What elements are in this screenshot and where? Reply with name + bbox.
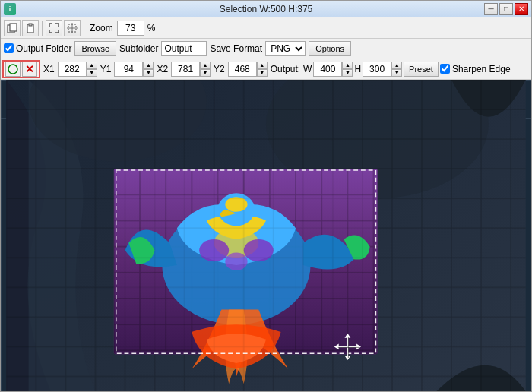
x1-input[interactable] bbox=[58, 62, 87, 77]
confirm-button[interactable] bbox=[5, 62, 21, 77]
main-window: i Selection W:500 H:375 ─ □ ✕ bbox=[0, 0, 532, 392]
window-title: Selection W:500 H:375 bbox=[220, 4, 313, 14]
y1-label: Y1 bbox=[100, 64, 112, 74]
artwork bbox=[1, 80, 531, 391]
close-button[interactable]: ✕ bbox=[515, 3, 528, 15]
svg-point-7 bbox=[8, 65, 17, 74]
selection-icon bbox=[67, 23, 78, 33]
x1-label: X1 bbox=[43, 64, 55, 74]
y1-spin-up[interactable]: ▲ bbox=[143, 62, 154, 69]
separator-1 bbox=[42, 21, 43, 36]
minimize-button[interactable]: ─ bbox=[484, 3, 498, 15]
h-spin-up[interactable]: ▲ bbox=[391, 62, 402, 69]
y1-input[interactable] bbox=[114, 62, 143, 77]
toolbar-output: Output Folder Browse Subfolder Save Form… bbox=[1, 39, 531, 58]
w-spin-down[interactable]: ▼ bbox=[342, 69, 353, 77]
copy-icon bbox=[7, 23, 17, 33]
subfolder-label: Subfolder bbox=[119, 43, 158, 54]
subfolder-input[interactable] bbox=[161, 41, 207, 56]
cancel-icon: ✕ bbox=[25, 63, 34, 75]
y1-spin-down[interactable]: ▼ bbox=[143, 69, 154, 77]
title-bar: i Selection W:500 H:375 ─ □ ✕ bbox=[1, 1, 531, 17]
x1-spin-down[interactable]: ▼ bbox=[87, 69, 97, 77]
w-input[interactable] bbox=[313, 62, 342, 77]
output-label: Output: bbox=[271, 64, 300, 74]
y1-spinners: ▲ ▼ bbox=[143, 62, 154, 77]
y1-spinner: ▲ ▼ bbox=[114, 62, 154, 77]
options-button[interactable]: Options bbox=[309, 41, 351, 56]
save-format-label: Save Format bbox=[210, 43, 262, 54]
tool-button-3[interactable] bbox=[46, 20, 62, 36]
svg-rect-1 bbox=[10, 24, 17, 31]
sharpen-edge-label[interactable]: Sharpen Edge bbox=[440, 64, 511, 74]
y2-input[interactable] bbox=[228, 62, 257, 77]
cancel-button[interactable]: ✕ bbox=[22, 62, 37, 77]
svg-rect-24 bbox=[6, 80, 525, 391]
separator-2 bbox=[84, 21, 84, 36]
preset-button[interactable]: Preset bbox=[404, 62, 439, 77]
toolbar-selection: ✕ X1 ▲ ▼ Y1 ▲ ▼ X2 ▲ ▼ Y2 bbox=[1, 58, 531, 80]
zoom-percent: % bbox=[147, 23, 156, 33]
x2-input[interactable] bbox=[171, 62, 200, 77]
browse-button[interactable]: Browse bbox=[74, 41, 116, 56]
selection-action-group: ✕ bbox=[2, 60, 40, 78]
x2-label: X2 bbox=[157, 64, 168, 74]
y2-spin-up[interactable]: ▲ bbox=[257, 62, 268, 69]
y2-spin-down[interactable]: ▼ bbox=[257, 69, 268, 77]
maximize-button[interactable]: □ bbox=[499, 3, 513, 15]
canvas-area[interactable] bbox=[1, 80, 531, 391]
zoom-input[interactable] bbox=[117, 21, 144, 36]
title-bar-left: i bbox=[4, 3, 16, 15]
sharpen-edge-checkbox[interactable] bbox=[440, 64, 450, 74]
x1-spin-up[interactable]: ▲ bbox=[87, 62, 97, 69]
w-spinner: ▲ ▼ bbox=[313, 62, 353, 77]
y2-spinner: ▲ ▼ bbox=[228, 62, 268, 77]
save-format-select[interactable]: PNG JPG BMP TIFF bbox=[265, 41, 306, 56]
y2-spinners: ▲ ▼ bbox=[257, 62, 268, 77]
h-label: H bbox=[354, 64, 361, 74]
toolbar-tools: Zoom % bbox=[1, 17, 531, 39]
y2-label: Y2 bbox=[214, 64, 225, 74]
w-spin-up[interactable]: ▲ bbox=[342, 62, 353, 69]
sharpen-edge-text: Sharpen Edge bbox=[452, 64, 511, 74]
app-icon: i bbox=[4, 3, 16, 15]
expand-icon bbox=[49, 23, 59, 33]
svg-rect-3 bbox=[29, 24, 32, 26]
x1-spinner: ▲ ▼ bbox=[58, 62, 97, 77]
h-spinners: ▲ ▼ bbox=[391, 62, 402, 77]
output-folder-checkbox[interactable] bbox=[4, 43, 14, 53]
x1-spinners: ▲ ▼ bbox=[87, 62, 97, 77]
w-spinners: ▲ ▼ bbox=[342, 62, 353, 77]
x2-spinners: ▲ ▼ bbox=[200, 62, 211, 77]
output-folder-checkbox-label[interactable]: Output Folder bbox=[4, 43, 71, 54]
window-controls: ─ □ ✕ bbox=[484, 3, 528, 15]
x2-spin-down[interactable]: ▼ bbox=[200, 69, 211, 77]
tool-button-1[interactable] bbox=[4, 20, 21, 36]
x2-spin-up[interactable]: ▲ bbox=[200, 62, 211, 69]
confirm-icon bbox=[7, 63, 19, 75]
tool-button-2[interactable] bbox=[22, 20, 39, 36]
h-spin-down[interactable]: ▼ bbox=[391, 69, 402, 77]
w-label: W bbox=[303, 64, 312, 74]
tool-button-4[interactable] bbox=[64, 20, 81, 36]
paste-icon bbox=[25, 23, 36, 33]
h-spinner: ▲ ▼ bbox=[363, 62, 402, 77]
h-input[interactable] bbox=[363, 62, 391, 77]
zoom-label: Zoom bbox=[90, 23, 113, 33]
x2-spinner: ▲ ▼ bbox=[171, 62, 211, 77]
